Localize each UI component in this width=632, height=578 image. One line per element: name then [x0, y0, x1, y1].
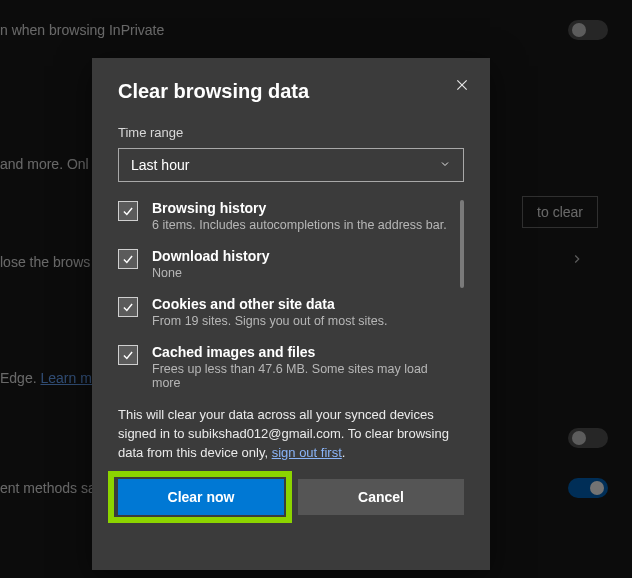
scrollbar-thumb[interactable] — [460, 200, 464, 288]
sync-note: This will clear your data across all you… — [118, 406, 464, 463]
checkbox-cached-images[interactable] — [118, 345, 138, 365]
sync-note-suffix: . — [342, 445, 346, 460]
clear-now-label: Clear now — [168, 489, 235, 505]
close-icon — [455, 78, 469, 95]
checkbox-browsing-history[interactable] — [118, 201, 138, 221]
clear-now-button[interactable]: Clear now — [118, 479, 284, 515]
checkbox-cookies[interactable] — [118, 297, 138, 317]
option-download-history: Download history None — [118, 248, 464, 280]
option-subtitle: From 19 sites. Signs you out of most sit… — [152, 314, 454, 328]
option-subtitle: 6 items. Includes autocompletions in the… — [152, 218, 454, 232]
option-title: Cookies and other site data — [152, 296, 454, 312]
option-title: Cached images and files — [152, 344, 454, 360]
option-cookies: Cookies and other site data From 19 site… — [118, 296, 464, 328]
option-title: Download history — [152, 248, 454, 264]
chevron-down-icon — [439, 157, 451, 173]
option-browsing-history: Browsing history 6 items. Includes autoc… — [118, 200, 464, 232]
cancel-label: Cancel — [358, 489, 404, 505]
time-range-label: Time range — [118, 125, 464, 140]
time-range-value: Last hour — [131, 157, 189, 173]
time-range-select[interactable]: Last hour — [118, 148, 464, 182]
sign-out-link[interactable]: sign out first — [272, 445, 342, 460]
option-subtitle: Frees up less than 47.6 MB. Some sites m… — [152, 362, 454, 390]
option-cached-images: Cached images and files Frees up less th… — [118, 344, 464, 390]
clear-browsing-data-dialog: Clear browsing data Time range Last hour… — [92, 58, 490, 570]
checkbox-download-history[interactable] — [118, 249, 138, 269]
option-title: Browsing history — [152, 200, 454, 216]
options-list: Browsing history 6 items. Includes autoc… — [118, 200, 464, 390]
dialog-title: Clear browsing data — [118, 80, 464, 103]
option-subtitle: None — [152, 266, 454, 280]
close-button[interactable] — [450, 74, 474, 98]
button-row: Clear now Cancel — [118, 479, 464, 515]
cancel-button[interactable]: Cancel — [298, 479, 464, 515]
